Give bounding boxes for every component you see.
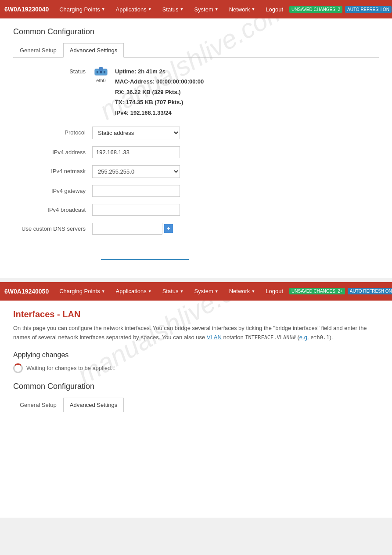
status-content: eth0 Uptime: 2h 41m 2s MAC-Address: 00:0… bbox=[92, 66, 204, 118]
spinner-icon bbox=[13, 363, 23, 373]
dns-row bbox=[92, 223, 379, 235]
custom-dns-input[interactable] bbox=[92, 223, 162, 235]
uptime-row: Uptime: 2h 41m 2s bbox=[115, 66, 204, 76]
chevron-down-icon: ▼ bbox=[251, 7, 255, 11]
chevron-down-icon: ▼ bbox=[148, 7, 152, 11]
ipv4-netmask-field: 255.255.255.0 255.255.0.0 255.0.0.0 bbox=[92, 165, 379, 178]
content-2: manualshlive.com Interfaces - LAN On thi… bbox=[0, 301, 392, 518]
svg-rect-1 bbox=[97, 71, 98, 73]
ipv4-address-field bbox=[92, 146, 379, 158]
autorefresh-badge-1: AUTO REFRESH ON bbox=[345, 6, 392, 13]
nav-status-2[interactable]: Status ▼ bbox=[158, 284, 188, 298]
custom-dns-label: Use custom DNS servers bbox=[13, 223, 92, 232]
autorefresh-badge-2: AUTO REFRESH ON bbox=[348, 288, 392, 294]
content-spacer bbox=[13, 421, 379, 509]
eth0-icon: eth0 bbox=[92, 66, 110, 84]
navbar-right-2: UNSAVED CHANGES: 2+ AUTO REFRESH ON bbox=[289, 288, 392, 294]
svg-rect-4 bbox=[99, 67, 103, 71]
tab-general-setup-1[interactable]: General Setup bbox=[13, 43, 63, 58]
mac-row: MAC-Address: 00:00:00:00:00:00 bbox=[115, 76, 204, 87]
tab-general-setup-2[interactable]: General Setup bbox=[13, 398, 63, 412]
page-title-1: Common Configuration bbox=[13, 27, 379, 36]
custom-dns-row: Use custom DNS servers bbox=[13, 223, 379, 235]
chevron-down-icon-4: ▼ bbox=[180, 289, 184, 294]
nav-system-2[interactable]: System ▼ bbox=[190, 284, 223, 298]
chevron-down-icon: ▼ bbox=[215, 7, 219, 11]
description-text: On this page you can configure the netwo… bbox=[13, 324, 379, 342]
ipv4-broadcast-field bbox=[92, 204, 379, 216]
content-1: manualshlive.com Common Configuration Ge… bbox=[0, 18, 392, 278]
ipv4-gateway-input[interactable] bbox=[92, 185, 180, 197]
brand-2: 6W0A19240050 bbox=[4, 288, 49, 295]
waiting-text: Waiting for changes to be applied... bbox=[26, 365, 115, 371]
nav-logout-2[interactable]: Logout bbox=[261, 284, 288, 298]
protocol-label: Protocol bbox=[13, 127, 92, 136]
nav-applications-2[interactable]: Applications ▼ bbox=[111, 284, 156, 298]
nav-logout-1[interactable]: Logout bbox=[261, 3, 288, 16]
ipv4-gateway-label: IPv4 gateway bbox=[13, 185, 92, 194]
tabs-1: General Setup Advanced Settings bbox=[13, 43, 379, 58]
applying-row: Waiting for changes to be applied... bbox=[13, 363, 379, 373]
svg-rect-3 bbox=[104, 71, 105, 73]
unsaved-badge-1: UNSAVED CHANGES: 2 bbox=[289, 6, 342, 13]
custom-dns-field bbox=[92, 223, 379, 235]
tab-advanced-settings-1[interactable]: Advanced Settings bbox=[63, 43, 124, 58]
tab-advanced-settings-2[interactable]: Advanced Settings bbox=[63, 398, 124, 412]
navbar-right-1: UNSAVED CHANGES: 2 AUTO REFRESH ON bbox=[289, 6, 392, 13]
nav-network-1[interactable]: Network ▼ bbox=[225, 3, 260, 16]
ipv4-address-label: IPv4 address bbox=[13, 146, 92, 156]
ipv4-netmask-select[interactable]: 255.255.255.0 255.255.0.0 255.0.0.0 bbox=[92, 165, 180, 178]
common-config-title-2: Common Configuration bbox=[13, 382, 379, 391]
ipv4-row: IPv4: 192.168.1.33/24 bbox=[115, 108, 204, 118]
eg-link[interactable]: e.g. bbox=[299, 334, 309, 341]
chevron-down-icon: ▼ bbox=[101, 7, 105, 11]
rx-row: RX: 36.22 KB (329 Pkts.) bbox=[115, 87, 204, 97]
tabs-2: General Setup Advanced Settings bbox=[13, 398, 379, 412]
nav-status-1[interactable]: Status ▼ bbox=[158, 3, 188, 16]
protocol-row: Protocol Static address DHCP client PPPo… bbox=[13, 127, 379, 139]
chevron-down-icon-6: ▼ bbox=[251, 289, 255, 294]
navbar-1: 6W0A19230040 Charging Points ▼ Applicati… bbox=[0, 0, 392, 18]
ipv4-netmask-row: IPv4 netmask 255.255.255.0 255.255.0.0 2… bbox=[13, 165, 379, 178]
unsaved-badge-2: UNSAVED CHANGES: 2+ bbox=[289, 288, 345, 294]
brand-1: 6W0A19230040 bbox=[4, 6, 49, 13]
nav-network-2[interactable]: Network ▼ bbox=[225, 284, 260, 298]
chevron-down-icon-3: ▼ bbox=[148, 289, 152, 294]
protocol-field: Static address DHCP client PPPoE bbox=[92, 127, 379, 139]
chevron-down-icon-2: ▼ bbox=[101, 289, 105, 294]
ipv4-broadcast-row: IPv4 broadcast bbox=[13, 204, 379, 216]
navbar-2: 6W0A19240050 Charging Points ▼ Applicati… bbox=[0, 282, 392, 301]
vlan-link[interactable]: VLAN bbox=[207, 334, 222, 341]
ipv4-broadcast-input[interactable] bbox=[92, 204, 180, 216]
section-divider bbox=[101, 259, 189, 260]
nav-system-1[interactable]: System ▼ bbox=[190, 3, 223, 16]
chevron-down-icon: ▼ bbox=[180, 7, 184, 11]
add-dns-button[interactable] bbox=[164, 224, 173, 233]
status-row: Status eth0 Uptime bbox=[13, 66, 379, 118]
status-field-label: Status bbox=[13, 66, 92, 75]
svg-rect-2 bbox=[100, 71, 102, 73]
applying-changes-title: Applying changes bbox=[13, 351, 379, 359]
nav-applications-1[interactable]: Applications ▼ bbox=[111, 3, 156, 16]
chevron-down-icon-5: ▼ bbox=[215, 289, 219, 294]
tx-row: TX: 174.35 KB (707 Pkts.) bbox=[115, 97, 204, 107]
ipv4-broadcast-label: IPv4 broadcast bbox=[13, 204, 92, 213]
ipv4-address-row: IPv4 address bbox=[13, 146, 379, 158]
ipv4-gateway-field bbox=[92, 185, 379, 197]
protocol-select[interactable]: Static address DHCP client PPPoE bbox=[92, 127, 180, 139]
nav-charging-points-2[interactable]: Charging Points ▼ bbox=[55, 284, 109, 298]
status-details: Uptime: 2h 41m 2s MAC-Address: 00:00:00:… bbox=[115, 66, 204, 118]
ipv4-address-input[interactable] bbox=[92, 146, 180, 158]
ipv4-gateway-row: IPv4 gateway bbox=[13, 185, 379, 197]
ipv4-netmask-label: IPv4 netmask bbox=[13, 165, 92, 174]
nav-charging-points-1[interactable]: Charging Points ▼ bbox=[55, 3, 109, 16]
interfaces-title: Interfaces - LAN bbox=[13, 309, 379, 319]
